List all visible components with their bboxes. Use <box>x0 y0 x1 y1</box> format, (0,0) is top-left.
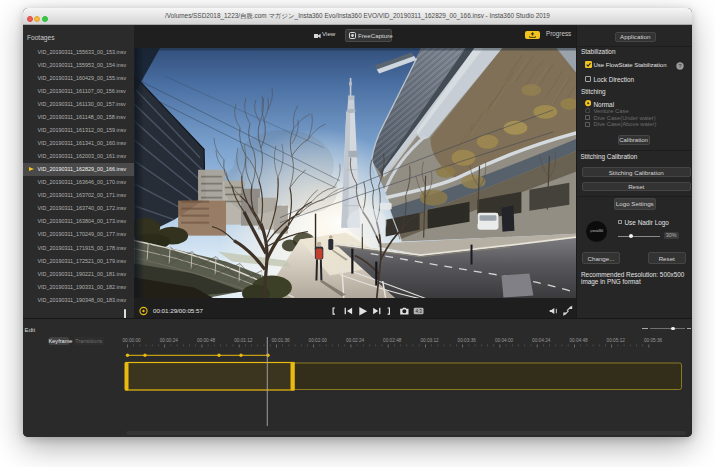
svg-text:4:3: 4:3 <box>415 309 422 314</box>
svg-text:?: ? <box>679 63 682 69</box>
